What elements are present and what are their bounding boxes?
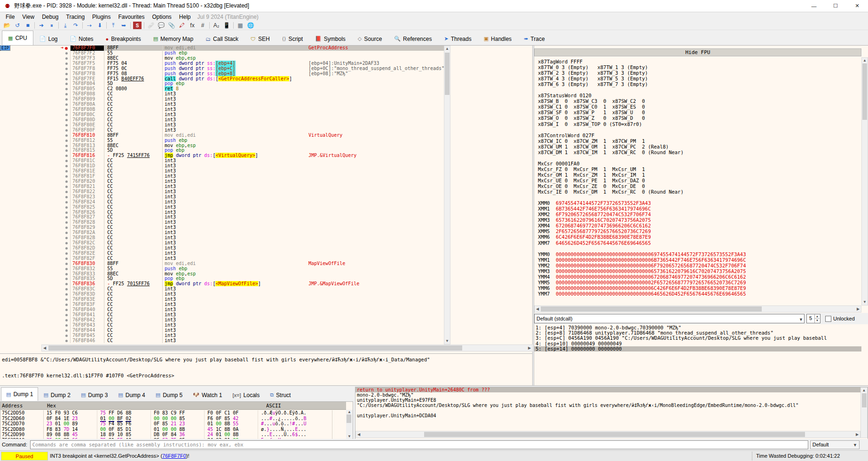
breakpoint-dot[interactable] <box>65 237 68 239</box>
menu-item-view[interactable]: View <box>18 13 38 21</box>
disasm-row[interactable]: 76F8F7FBFF75 08push dword ptr ss:[ebp+8]… <box>0 71 444 77</box>
disasm-row[interactable]: 76F8F809CCint3 <box>0 97 444 102</box>
scroll-down-arrow-icon[interactable]: ▼ <box>444 339 450 343</box>
scroll-up-arrow-icon[interactable]: ▲ <box>444 47 450 51</box>
breakpoint-dot[interactable] <box>65 273 68 275</box>
breakpoint-dot[interactable] <box>65 232 68 234</box>
assemble-icon[interactable]: A₂ <box>211 21 221 30</box>
disasm-row[interactable]: 76F8F7F255push ebp <box>0 51 444 56</box>
disasm-row[interactable]: 76F8F821CCint3 <box>0 184 444 189</box>
breakpoint-dot[interactable] <box>65 319 68 321</box>
scrollbar-thumb[interactable] <box>445 53 450 95</box>
disasm-row[interactable]: 76F8F8338BECmov ebp,esp <box>0 272 444 277</box>
scroll-left-arrow-icon[interactable]: ◀ <box>357 433 361 437</box>
disasm-row[interactable]: 76F8F80ECCint3 <box>0 123 444 128</box>
disasm-row[interactable]: 76F8F7FEFF15 B40EFF76call dword ptr ds:[… <box>0 77 444 82</box>
disasm-row[interactable]: 76F8F846CCint3 <box>0 338 444 344</box>
scrollbar-thumb[interactable] <box>347 414 351 423</box>
breakpoint-dot[interactable] <box>65 201 68 203</box>
maximize-button[interactable]: ☐ <box>825 0 846 12</box>
disasm-row[interactable]: 76F8F83DCCint3 <box>0 292 444 297</box>
breakpoint-dot[interactable] <box>65 324 68 327</box>
tab-dump-1[interactable]: ▤Dump 1 <box>1 387 38 401</box>
disasm-row[interactable]: 76F8F82CCCint3 <box>0 241 444 246</box>
disasm-row[interactable]: 76F8F843CCint3 <box>0 323 444 328</box>
scrollbar-thumb[interactable] <box>48 345 462 351</box>
stack-view[interactable]: return to unityplayer.UnityMain+26480C f… <box>355 387 868 439</box>
tab-locals[interactable]: [x=]Locals <box>228 389 265 401</box>
disasm-row[interactable]: 76F8F82FCCint3 <box>0 256 444 261</box>
run-icon[interactable]: ➜ <box>36 21 47 30</box>
breakpoint-dot[interactable] <box>65 216 68 219</box>
disasm-row[interactable]: 76F8F8045Dpop ebp <box>0 81 444 86</box>
stack-line[interactable]: mono-2.0-bdwgc."MZђ" <box>355 392 868 398</box>
stack-line[interactable]: unityplayer.UnityMain+DCDA04 <box>355 413 868 418</box>
disasm-row[interactable]: EIP➜76F8F7F08BFFmov edi,ediGetProcAddres… <box>0 46 444 51</box>
dump-row[interactable]: 75C2DD5015 F0 93 C675 FF D6 8BF0 83 C9 F… <box>0 410 346 416</box>
disasm-row[interactable]: 76F8F825CCint3 <box>0 205 444 210</box>
scroll-down-arrow-icon[interactable]: ▼ <box>346 435 353 438</box>
scroll-left-arrow-icon[interactable]: ◀ <box>43 346 47 350</box>
disasm-row[interactable]: 76F8F829CCint3 <box>0 225 444 230</box>
disasm-row[interactable]: 76F8F824CCint3 <box>0 200 444 205</box>
stack-line[interactable]: "C:/Users/WDAGUtilityAccount/Desktop/SLG… <box>355 403 868 408</box>
breakpoint-dot[interactable] <box>65 88 68 90</box>
scroll-right-arrow-icon[interactable]: ▶ <box>856 307 860 311</box>
breakpoint-dot[interactable] <box>65 278 68 280</box>
breakpoint-dot[interactable] <box>65 124 68 126</box>
stack-vertical-scrollbar[interactable]: ▲ <box>860 387 868 438</box>
breakpoint-dot[interactable] <box>65 288 68 290</box>
scroll-down-arrow-icon[interactable]: ▼ <box>862 300 868 304</box>
breakpoint-dot[interactable] <box>65 93 68 95</box>
scrollbar-thumb[interactable] <box>862 393 867 407</box>
stop-icon[interactable]: ■ <box>23 21 33 30</box>
breakpoint-dot[interactable] <box>65 206 68 209</box>
disassembly-horizontal-scrollbar[interactable]: ◀ ▶ <box>41 344 533 352</box>
scroll-left-arrow-icon[interactable]: ◀ <box>536 307 539 311</box>
breakpoint-dot[interactable] <box>65 247 68 250</box>
disasm-row[interactable]: 76F8F8108BFFmov edi,ediVirtualQuery <box>0 133 444 138</box>
breakpoint-dot[interactable] <box>65 340 68 342</box>
breakpoint-dot[interactable] <box>65 191 68 193</box>
comments-icon[interactable]: 💬 <box>156 21 166 30</box>
disasm-row[interactable]: 76F8F80DCCint3 <box>0 117 444 123</box>
tab-notes[interactable]: 📄Notes <box>64 32 100 45</box>
tab-cpu[interactable]: ▦CPU <box>2 31 33 45</box>
disasm-row[interactable]: 76F8F80CCCint3 <box>0 112 444 117</box>
breakpoint-dot[interactable] <box>65 145 68 147</box>
argument-row[interactable]: 3: [esp+C] 0456A190 0456A190 "C:/Users/W… <box>534 336 861 341</box>
disasm-row[interactable]: 76F8F83FCCint3 <box>0 302 444 307</box>
breakpoint-dot[interactable] <box>65 304 68 306</box>
command-input[interactable]: Commands are comma separated (like assem… <box>30 440 808 449</box>
dump-row[interactable]: 75C2DD7023 01 00 8975 F4 85 F60F 85 21 2… <box>0 421 346 427</box>
bookmark-icon[interactable]: 🖍 <box>177 21 187 30</box>
disasm-row[interactable]: 76F8F8308BFFmov edi,ediMapViewOfFile <box>0 261 444 266</box>
stack-line[interactable]: return to unityplayer.UnityMain+26480C f… <box>355 387 868 392</box>
disasm-row[interactable]: 76F8F823CCint3 <box>0 195 444 200</box>
disasm-row[interactable]: 76F8F82ECCint3 <box>0 251 444 256</box>
scrollbar-thumb[interactable] <box>424 432 805 437</box>
disasm-row[interactable]: 76F8F82BCCint3 <box>0 235 444 241</box>
tab-source[interactable]: ◇Source <box>352 32 388 45</box>
breakpoint-dot[interactable] <box>65 283 68 285</box>
step-over-icon[interactable]: ↷ <box>71 21 81 30</box>
fpu-register-list[interactable]: x87TagWord FFFFx87TW_0 3 (Empty) x87TW_1… <box>538 59 861 305</box>
breakpoint-dot[interactable] <box>65 227 68 229</box>
breakpoint-dot[interactable] <box>65 68 68 70</box>
disasm-row[interactable]: 76F8F841CCint3 <box>0 313 444 318</box>
breakpoint-dot[interactable] <box>65 114 68 116</box>
breakpoint-dot[interactable] <box>65 73 68 75</box>
disasm-row[interactable]: 76F8F816- FF25 7415FF76jmp dword ptr ds:… <box>0 153 444 158</box>
breakpoint-dot[interactable] <box>65 119 68 121</box>
tab-struct[interactable]: ⧉Struct <box>265 389 296 401</box>
disasm-row[interactable]: 76F8F822CCint3 <box>0 189 444 195</box>
unlocked-checkbox[interactable] <box>825 316 831 322</box>
disasm-row[interactable]: 76F8F842CCint3 <box>0 318 444 323</box>
stack-line[interactable] <box>355 408 868 413</box>
breakpoint-dot[interactable] <box>65 175 68 178</box>
disasm-row[interactable]: 76F8F808CCint3 <box>0 92 444 97</box>
scrollbar-thumb[interactable] <box>862 63 867 120</box>
execute-till-return-icon[interactable]: ⤒ <box>108 21 118 30</box>
disasm-row[interactable]: 76F8F81ECCint3 <box>0 169 444 174</box>
tab-symbols[interactable]: 📕Symbols <box>309 32 352 45</box>
